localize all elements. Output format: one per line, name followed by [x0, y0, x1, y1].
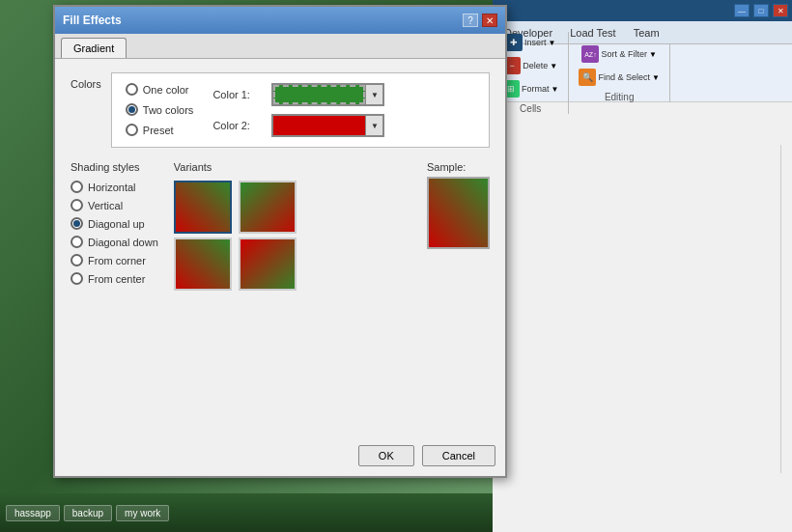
dialog-buttons: OK Cancel [358, 445, 495, 466]
preset-radio-indicator [126, 124, 138, 136]
radio-horizontal[interactable]: Horizontal [71, 181, 158, 193]
color1-row: Color 1: ▼ [212, 83, 384, 106]
excel-minimize-btn[interactable]: — [734, 4, 750, 17]
color2-row: Color 2: ▼ [212, 114, 384, 137]
one-color-label: One color [143, 84, 189, 96]
dialog-tabs: Gradient [55, 34, 505, 59]
format-label: Format [522, 84, 550, 94]
colors-section: Colors One color Two colors Preset [71, 72, 490, 148]
diagonal-up-label: Diagonal up [88, 218, 145, 230]
cancel-button[interactable]: Cancel [422, 445, 495, 466]
shading-radio-group: Horizontal Vertical Diagonal up Diagonal… [71, 181, 158, 285]
variant-2-svg [240, 182, 297, 234]
ok-button[interactable]: OK [358, 445, 414, 466]
sample-svg [429, 179, 490, 249]
variant-1-svg [176, 182, 232, 234]
diagonal-up-radio-indicator [71, 217, 83, 230]
format-btn[interactable]: ⊞ Format ▼ [498, 78, 562, 99]
diagonal-down-radio-indicator [71, 236, 83, 248]
color2-swatch [273, 116, 365, 135]
sample-area: Sample: [427, 161, 490, 291]
insert-icon: ✚ [505, 34, 523, 51]
color2-swatch-container[interactable]: ▼ [271, 114, 384, 137]
colors-section-label: Colors [71, 78, 101, 140]
dialog-help-btn[interactable]: ? [463, 14, 478, 27]
insert-btn[interactable]: ✚ Insert ▼ [501, 32, 559, 53]
find-select-label: Find & Select [598, 72, 650, 82]
dialog-close-btn[interactable]: ✕ [482, 14, 497, 27]
insert-label: Insert [524, 38, 547, 47]
cells-group: ✚ Insert ▼ − Delete ▼ ⊞ Format ▼ Cells [498, 32, 569, 114]
variant-4-svg [240, 239, 297, 291]
from-corner-label: From corner [88, 255, 146, 266]
taskbar: hassapp backup my work [0, 493, 493, 532]
fill-effects-dialog: Fill Effects ? ✕ Gradient Colors One col… [53, 5, 507, 478]
variants-label: Variants [174, 161, 299, 173]
variants-section: Variants [174, 161, 299, 291]
dialog-title-buttons: ? ✕ [463, 14, 497, 27]
radio-diagonal-down[interactable]: Diagonal down [71, 236, 158, 248]
variant-1[interactable] [174, 181, 232, 234]
colors-options: One color Two colors Preset Color 1: [111, 72, 490, 148]
dialog-title-bar: Fill Effects ? ✕ [55, 7, 505, 34]
radio-diagonal-up[interactable]: Diagonal up [71, 217, 158, 230]
variant-2[interactable] [239, 181, 297, 234]
dialog-title: Fill Effects [63, 14, 122, 27]
find-select-btn[interactable]: 🔍 Find & Select ▼ [575, 67, 663, 88]
from-center-label: From center [88, 273, 145, 285]
horizontal-radio-indicator [71, 181, 83, 193]
excel-scrollbar[interactable] [780, 145, 792, 473]
color1-dropdown-btn[interactable]: ▼ [365, 85, 382, 104]
two-colors-label: Two colors [143, 104, 194, 116]
delete-label: Delete [523, 61, 548, 70]
color2-dropdown-btn[interactable]: ▼ [365, 116, 382, 135]
shading-styles-section: Shading styles Horizontal Vertical Diago… [71, 161, 158, 291]
variants-grid [174, 181, 299, 291]
sample-label: Sample: [427, 161, 490, 173]
diagonal-down-label: Diagonal down [88, 237, 158, 248]
color2-label: Color 2: [212, 120, 266, 131]
radio-from-corner[interactable]: From corner [71, 254, 158, 266]
radio-vertical[interactable]: Vertical [71, 199, 158, 211]
variant-3-svg [176, 239, 232, 291]
color1-label: Color 1: [212, 89, 266, 100]
taskbar-item-hassapp[interactable]: hassapp [6, 505, 60, 521]
radio-preset[interactable]: Preset [126, 124, 194, 136]
sort-filter-icon: AZ↑ [581, 45, 599, 63]
sample-box [427, 177, 490, 249]
taskbar-item-backup[interactable]: backup [64, 505, 112, 521]
radio-two-colors[interactable]: Two colors [126, 103, 194, 116]
radio-one-color[interactable]: One color [126, 83, 194, 96]
svg-rect-2 [176, 239, 232, 291]
shading-styles-label: Shading styles [71, 161, 158, 173]
color1-swatch [273, 85, 365, 104]
sort-filter-label: Sort & Filter [601, 49, 647, 59]
excel-maximize-btn[interactable]: □ [753, 4, 769, 17]
radio-from-center[interactable]: From center [71, 272, 158, 285]
svg-rect-4 [429, 179, 490, 249]
variant-4[interactable] [239, 238, 297, 291]
tab-team[interactable]: Team [626, 25, 667, 41]
color-radio-group: One color Two colors Preset [126, 83, 194, 137]
tab-gradient[interactable]: Gradient [61, 38, 127, 58]
editing-group-label: Editing [605, 92, 635, 102]
from-center-radio-indicator [71, 272, 83, 285]
svg-rect-1 [240, 182, 297, 234]
delete-btn[interactable]: − Delete ▼ [499, 55, 561, 76]
variant-3[interactable] [174, 238, 232, 291]
taskbar-item-mywork[interactable]: my work [116, 505, 169, 521]
svg-rect-3 [240, 239, 297, 291]
excel-toolbar: ✚ Insert ▼ − Delete ▼ ⊞ Format ▼ Cells A… [493, 44, 792, 102]
color-pickers: Color 1: ▼ Color 2: ▼ [212, 83, 384, 137]
tab-load-test[interactable]: Load Test [562, 25, 624, 41]
dialog-content: Colors One color Two colors Preset [55, 59, 505, 314]
color1-swatch-container[interactable]: ▼ [271, 83, 384, 106]
preset-label: Preset [143, 125, 174, 136]
sort-filter-btn[interactable]: AZ↑ Sort & Filter ▼ [578, 43, 660, 65]
horizontal-label: Horizontal [88, 182, 136, 193]
vertical-label: Vertical [88, 200, 123, 211]
excel-close-btn[interactable]: ✕ [773, 4, 788, 17]
one-color-radio-indicator [126, 83, 138, 96]
vertical-radio-indicator [71, 199, 83, 211]
cells-group-label: Cells [520, 103, 541, 114]
